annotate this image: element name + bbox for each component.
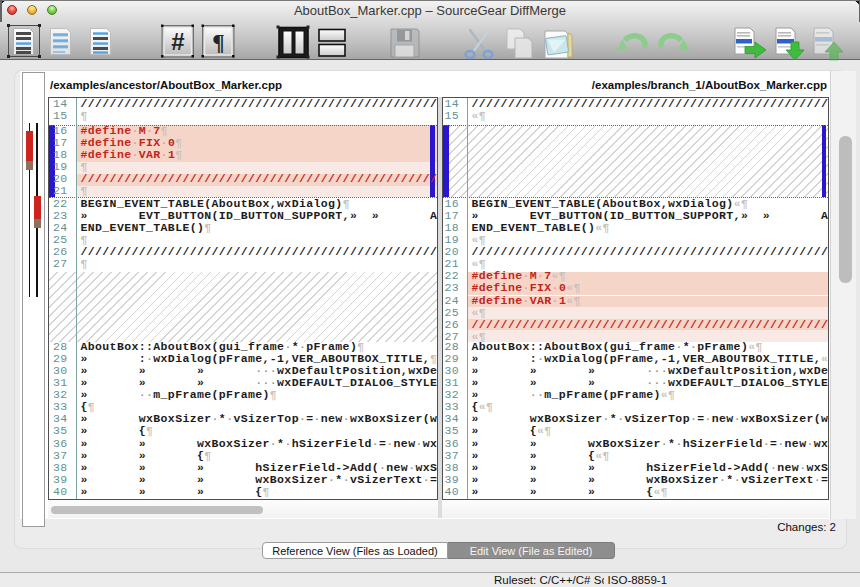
- svg-text:#: #: [171, 28, 184, 55]
- svg-text:¶: ¶: [212, 30, 224, 55]
